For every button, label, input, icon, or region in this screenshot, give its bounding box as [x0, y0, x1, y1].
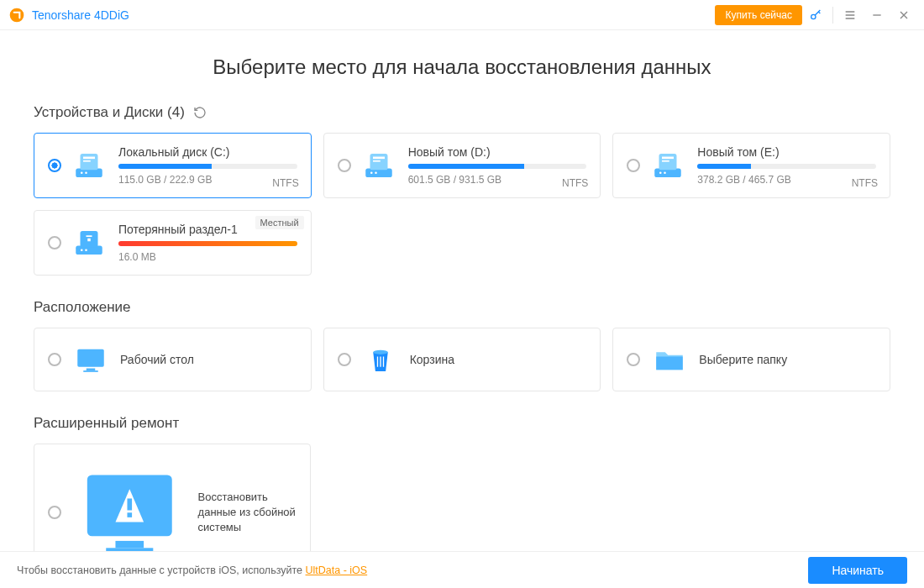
location-card[interactable]: Выберите папку	[612, 328, 890, 391]
crash-monitor-icon	[73, 456, 186, 551]
drive-size: 378.2 GB / 465.7 GB	[697, 174, 876, 186]
svg-rect-27	[87, 369, 96, 371]
trash-icon	[363, 342, 398, 377]
svg-point-4	[85, 171, 87, 174]
radio-icon	[48, 353, 61, 366]
drive-size: 115.0 GB / 222.9 GB	[118, 174, 297, 186]
radio-icon	[48, 159, 61, 172]
svg-rect-6	[83, 157, 95, 160]
svg-point-21	[81, 249, 83, 251]
svg-point-9	[370, 171, 373, 174]
svg-rect-7	[83, 160, 91, 162]
svg-rect-34	[127, 498, 132, 510]
main-content: Выберите место для начала восстановления…	[0, 30, 924, 551]
disk-icon	[71, 148, 107, 183]
drive-card[interactable]: МестныйПотерянный раздел-116.0 MB	[34, 210, 312, 276]
drive-card[interactable]: Локальный диск (C:)115.0 GB / 222.9 GBNT…	[34, 133, 312, 198]
drive-size: 601.5 GB / 931.5 GB	[408, 174, 587, 186]
start-button[interactable]: Начинать	[808, 557, 907, 584]
ultdata-link[interactable]: UltData - iOS	[306, 564, 368, 576]
menu-icon[interactable]	[837, 2, 864, 29]
radio-icon	[627, 353, 640, 366]
app-logo-icon	[8, 7, 25, 24]
refresh-icon[interactable]	[193, 106, 207, 119]
svg-rect-24	[87, 235, 92, 237]
svg-rect-12	[373, 157, 385, 160]
drive-name: Новый том (E:)	[697, 145, 876, 159]
location-label: Выберите папку	[699, 353, 787, 366]
location-card[interactable]: Рабочий стол	[34, 328, 312, 391]
svg-point-16	[664, 171, 667, 174]
location-card[interactable]: Корзина	[323, 328, 601, 391]
repair-card[interactable]: Восстановить данные из сбойной системы	[34, 444, 311, 551]
repair-section-title: Расширенный ремонт	[34, 415, 890, 432]
key-icon[interactable]	[802, 2, 829, 29]
page-heading: Выберите место для начала восстановления…	[34, 55, 890, 79]
svg-rect-30	[657, 357, 684, 370]
radio-icon	[338, 159, 351, 172]
radio-icon	[48, 236, 61, 249]
drive-name: Локальный диск (C:)	[118, 145, 297, 159]
disk-icon	[71, 225, 107, 260]
svg-rect-26	[77, 349, 104, 367]
filesystem-label: NTFS	[562, 177, 588, 189]
usage-bar	[408, 164, 587, 169]
titlebar: Tenorshare 4DDiG Купить сейчас	[0, 0, 924, 30]
svg-rect-35	[127, 512, 132, 517]
radio-icon	[48, 506, 61, 519]
local-badge: Местный	[255, 216, 304, 229]
svg-rect-28	[83, 370, 98, 372]
drive-card[interactable]: Новый том (D:)601.5 GB / 931.5 GBNTFS	[323, 133, 601, 198]
locations-section-title: Расположение	[34, 299, 890, 316]
buy-now-button[interactable]: Купить сейчас	[715, 5, 802, 25]
drive-size: 16.0 MB	[118, 251, 297, 263]
svg-rect-25	[87, 239, 91, 242]
svg-point-1	[811, 14, 816, 18]
usage-bar	[697, 164, 876, 169]
filesystem-label: NTFS	[852, 177, 878, 189]
drive-card[interactable]: Новый том (E:)378.2 GB / 465.7 GBNTFS	[612, 133, 890, 198]
app-title: Tenorshare 4DDiG	[32, 8, 129, 22]
drives-grid: Локальный диск (C:)115.0 GB / 222.9 GBNT…	[34, 133, 890, 276]
filesystem-label: NTFS	[272, 177, 298, 189]
usage-bar	[118, 241, 297, 246]
devices-section-title: Устройства и Диски (4)	[34, 104, 890, 121]
svg-point-22	[85, 249, 87, 251]
radio-icon	[627, 159, 640, 172]
location-label: Корзина	[410, 353, 454, 366]
close-icon[interactable]	[890, 2, 917, 29]
svg-rect-32	[115, 541, 144, 548]
location-label: Рабочий стол	[120, 353, 194, 366]
disk-icon	[650, 148, 685, 183]
minimize-icon[interactable]	[864, 2, 890, 29]
disk-icon	[361, 148, 396, 183]
drive-name: Новый том (D:)	[408, 145, 587, 159]
footer: Чтобы восстановить данные с устройств iO…	[0, 551, 924, 588]
monitor-icon	[73, 342, 108, 377]
svg-point-3	[81, 171, 83, 174]
repair-label: Восстановить данные из сбойной системы	[198, 490, 297, 536]
locations-grid: Рабочий столКорзинаВыберите папку	[34, 328, 890, 391]
svg-rect-18	[662, 157, 674, 160]
radio-icon	[338, 353, 351, 366]
usage-bar	[118, 164, 297, 169]
svg-point-29	[373, 350, 388, 354]
footer-hint: Чтобы восстановить данные с устройств iO…	[17, 564, 367, 576]
folder-icon	[652, 342, 687, 377]
svg-point-0	[10, 8, 24, 22]
svg-rect-13	[373, 160, 381, 162]
svg-rect-19	[662, 160, 669, 162]
svg-point-10	[375, 171, 377, 174]
svg-point-15	[659, 171, 662, 174]
